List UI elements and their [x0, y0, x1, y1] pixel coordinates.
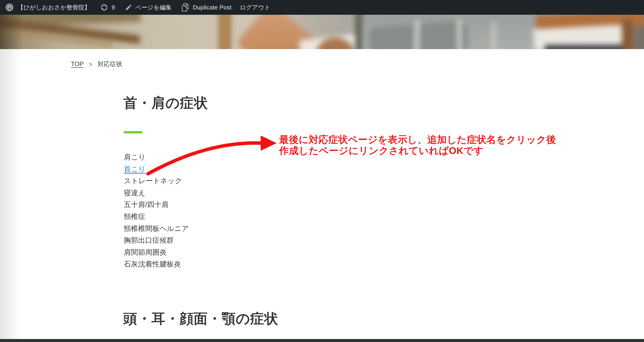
breadcrumb-separator: > — [89, 61, 92, 68]
symptom-label: 五十肩/四十肩 — [124, 200, 169, 208]
site-name-label: 【ひがしおおさか整骨院】 — [18, 4, 90, 12]
section-title-head-face: 頭・耳・顔面・顎の症状 — [123, 311, 278, 326]
page: 【ひがしおおさか整骨院】 9 ページを編集 — [0, 0, 644, 342]
pencil-icon — [125, 4, 132, 11]
symptom-label: 胸郭出口症候群 — [124, 236, 174, 244]
annotation-arrow — [0, 0, 644, 342]
updates-menu[interactable]: 9 — [100, 3, 115, 12]
symptom-list: 肩こり 首こり ストレートネック 寝違え 五十肩/四十肩 頸椎症 頸椎椎間板ヘル… — [124, 151, 189, 270]
list-item: 寝違え — [124, 187, 189, 199]
site-name-menu[interactable]: 【ひがしおおさか整骨院】 — [18, 4, 90, 12]
speedometer-icon — [5, 3, 14, 12]
update-arrows-icon — [100, 3, 108, 12]
list-item: 肩関節周囲炎 — [124, 246, 189, 258]
logout-label: ログアウト — [240, 4, 270, 12]
hero-vignette — [0, 15, 644, 49]
annotation-line2: 作成したページにリンクされていればOKです — [279, 145, 556, 156]
breadcrumb: TOP > 対応症状 — [71, 60, 122, 68]
bottom-bar — [0, 339, 644, 342]
symptom-label: ストレートネック — [124, 177, 182, 185]
duplicate-post-menu[interactable]: Duplicate Post — [180, 2, 232, 13]
list-item: 胸郭出口症候群 — [124, 234, 189, 246]
edit-page-label: ページを編集 — [135, 4, 172, 12]
symptom-label: 頸椎症 — [124, 212, 145, 220]
duplicate-post-label: Duplicate Post — [193, 4, 232, 11]
edit-page-menu[interactable]: ページを編集 — [125, 4, 172, 12]
symptom-label: 寝違え — [124, 189, 146, 197]
wp-menu-button[interactable] — [5, 3, 14, 12]
symptom-label: 肩関節周囲炎 — [124, 248, 167, 256]
list-item: 五十肩/四十肩 — [124, 199, 189, 211]
pages-icon — [180, 2, 190, 13]
list-item: 頸椎椎間板ヘルニア — [124, 222, 189, 234]
content-left-shade — [0, 49, 21, 339]
symptom-link-kubikori[interactable]: 首こり — [124, 165, 146, 173]
annotation-text: 最後に対応症状ページを表示し、追加した症状名をクリック後 作成したページにリンク… — [279, 134, 556, 156]
list-item: 肩こり — [124, 151, 189, 163]
list-item: 頸椎症 — [124, 211, 189, 222]
logout-menu[interactable]: ログアウト — [240, 4, 270, 12]
section-title-neck-shoulder: 首・肩の症状 — [123, 96, 208, 110]
updates-count: 9 — [112, 4, 115, 11]
breadcrumb-current: 対応症状 — [98, 60, 122, 68]
annotation-line1: 最後に対応症状ページを表示し、追加した症状名をクリック後 — [279, 134, 556, 145]
symptom-label: 肩こり — [124, 153, 146, 161]
list-item: 石灰沈着性腱板炎 — [124, 258, 189, 270]
list-item: 首こり — [124, 163, 189, 175]
symptom-label: 頸椎椎間板ヘルニア — [124, 224, 189, 232]
accent-divider — [124, 131, 142, 134]
wp-admin-bar: 【ひがしおおさか整骨院】 9 ページを編集 — [0, 0, 644, 15]
symptom-label: 石灰沈着性腱板炎 — [124, 260, 181, 268]
breadcrumb-top-link[interactable]: TOP — [71, 60, 84, 68]
list-item: ストレートネック — [124, 175, 189, 187]
hero-image — [0, 15, 644, 49]
